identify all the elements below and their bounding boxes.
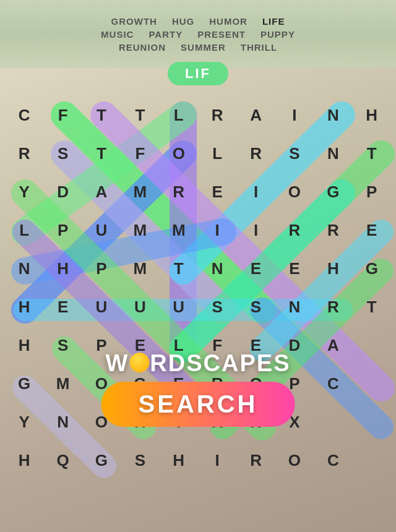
grid-cell[interactable]: C xyxy=(314,364,352,403)
grid-cell[interactable]: N xyxy=(198,249,236,288)
word-music: MUSIC xyxy=(101,29,134,40)
search-button[interactable]: SEARCH xyxy=(101,382,295,427)
grid-cell[interactable]: R xyxy=(236,441,275,479)
grid-cell[interactable]: G xyxy=(314,173,352,211)
grid-cell[interactable]: U xyxy=(160,288,198,326)
grid-cell[interactable]: N xyxy=(314,96,352,134)
grid-cell[interactable]: R xyxy=(314,211,352,249)
grid-cell[interactable]: L xyxy=(5,211,43,249)
grid-cell[interactable]: M xyxy=(121,249,159,288)
grid-cell[interactable]: G xyxy=(82,441,121,479)
grid-cell[interactable]: H xyxy=(43,249,82,288)
word-present: PRESENT xyxy=(197,29,246,40)
grid-cell[interactable]: R xyxy=(160,173,198,211)
grid-cell[interactable]: N xyxy=(5,249,43,288)
grid-cell[interactable]: T xyxy=(353,134,391,173)
word-summer: SUMMER xyxy=(181,42,226,53)
grid-cell[interactable]: M xyxy=(160,211,198,249)
grid-cell[interactable]: Y xyxy=(5,173,43,211)
grid-cell[interactable]: D xyxy=(43,173,82,211)
grid-cell[interactable]: P xyxy=(43,211,82,249)
grid-cell[interactable]: E xyxy=(353,211,391,249)
grid-cell[interactable]: G xyxy=(353,249,391,288)
grid-cell[interactable] xyxy=(353,364,391,403)
grid-cell[interactable]: E xyxy=(198,173,236,211)
grid-cell[interactable]: H xyxy=(353,96,391,134)
grid-cell[interactable]: G xyxy=(5,364,43,403)
grid-cell[interactable]: A xyxy=(82,173,121,211)
grid-cell[interactable]: S xyxy=(236,288,275,326)
grid-cell[interactable]: U xyxy=(82,288,121,326)
grid-cell[interactable]: E xyxy=(275,249,314,288)
grid-cell[interactable]: I xyxy=(198,441,236,479)
grid-cell[interactable]: H xyxy=(5,288,43,326)
grid-cell[interactable]: F xyxy=(43,96,82,134)
grid-cell[interactable]: M xyxy=(121,173,159,211)
grid-cell[interactable]: N xyxy=(43,403,82,441)
grid-cell[interactable]: S xyxy=(275,134,314,173)
grid-cell[interactable]: P xyxy=(353,173,391,211)
grid-cell[interactable]: T xyxy=(160,249,198,288)
grid-cell[interactable]: R xyxy=(236,134,275,173)
word-thrill: THRILL xyxy=(241,42,277,53)
grid-cell[interactable]: I xyxy=(198,211,236,249)
grid-container: CFTTLRAINHRSTFOLRSNTYDAMREIOGPLPUMMIIRRE… xyxy=(0,96,396,532)
grid-cell[interactable]: H xyxy=(314,249,352,288)
grid-cell[interactable]: I xyxy=(236,173,275,211)
grid-cell[interactable]: T xyxy=(121,96,159,134)
grid-cell[interactable]: T xyxy=(82,96,121,134)
logo-o-circle xyxy=(129,353,149,372)
grid-cell[interactable]: N xyxy=(275,288,314,326)
grid-cell[interactable]: Y xyxy=(5,403,43,441)
grid-cell[interactable]: U xyxy=(121,288,159,326)
grid-cell[interactable] xyxy=(353,403,391,441)
grid-cell[interactable]: N xyxy=(314,134,352,173)
grid-cell[interactable]: M xyxy=(43,364,82,403)
grid-cell[interactable]: R xyxy=(275,211,314,249)
grid-cell[interactable]: S xyxy=(43,134,82,173)
grid-cell[interactable]: R xyxy=(198,96,236,134)
grid-cell[interactable]: I xyxy=(236,211,275,249)
grid-cell[interactable]: O xyxy=(275,441,314,479)
word-list-row-1: GROWTH HUG HUMOR LIFE xyxy=(111,16,285,27)
word-list-area: GROWTH HUG HUMOR LIFE MUSIC PARTY PRESEN… xyxy=(0,0,396,68)
grid-cell[interactable]: S xyxy=(43,326,82,364)
logo-w: W xyxy=(105,350,129,377)
word-party: PARTY xyxy=(148,29,183,40)
grid-cell[interactable]: M xyxy=(121,211,159,249)
grid-cell[interactable] xyxy=(353,441,391,479)
word-list-row-3: REUNION SUMMER THRILL xyxy=(119,42,277,53)
grid-cell[interactable]: A xyxy=(314,326,352,364)
grid-cell[interactable]: E xyxy=(43,288,82,326)
grid-cell[interactable]: C xyxy=(314,441,352,479)
grid-cell[interactable]: E xyxy=(236,249,275,288)
grid-cell[interactable]: R xyxy=(314,288,352,326)
grid-cell[interactable]: U xyxy=(82,211,121,249)
search-button-text: SEARCH xyxy=(139,390,258,418)
grid-cell[interactable]: H xyxy=(160,441,198,479)
word-growth: GROWTH xyxy=(111,16,157,27)
grid-cell[interactable]: T xyxy=(353,288,391,326)
grid-cell[interactable]: L xyxy=(198,134,236,173)
grid-cell[interactable]: Q xyxy=(43,441,82,479)
grid-cell[interactable]: I xyxy=(275,96,314,134)
grid-cell[interactable]: O xyxy=(275,173,314,211)
grid-cell[interactable]: L xyxy=(160,96,198,134)
grid-cell[interactable]: H xyxy=(5,441,43,479)
grid-cell[interactable]: F xyxy=(121,134,159,173)
grid-cell[interactable]: A xyxy=(236,96,275,134)
current-word-text: LIF xyxy=(185,66,211,81)
grid-cell[interactable]: P xyxy=(82,249,121,288)
grid-cell[interactable]: T xyxy=(82,134,121,173)
grid-cell[interactable] xyxy=(314,403,352,441)
grid-cell[interactable]: C xyxy=(5,96,43,134)
word-reunion: REUNION xyxy=(119,42,166,53)
grid-cell[interactable]: S xyxy=(198,288,236,326)
grid-cell[interactable]: O xyxy=(160,134,198,173)
grid-cell[interactable]: H xyxy=(5,326,43,364)
word-puppy: PUPPY xyxy=(260,29,295,40)
grid-cell[interactable] xyxy=(353,326,391,364)
grid-cell[interactable]: R xyxy=(5,134,43,173)
word-list-row-2: MUSIC PARTY PRESENT PUPPY xyxy=(101,29,295,40)
grid-cell[interactable]: S xyxy=(121,441,159,479)
